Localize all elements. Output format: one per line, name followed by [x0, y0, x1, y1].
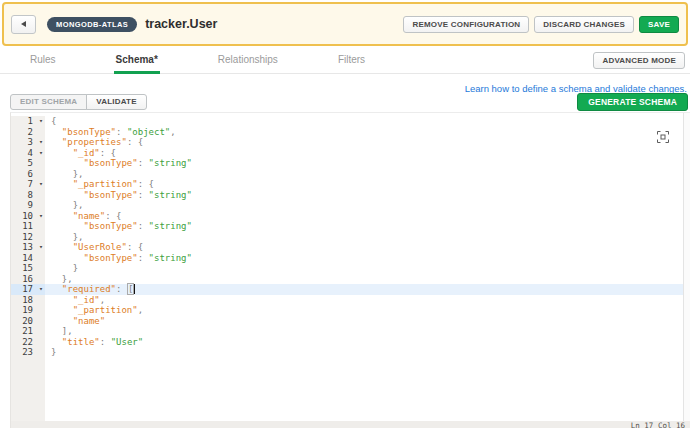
- editor-line[interactable]: 18 "_id",: [11, 295, 683, 306]
- editor-line[interactable]: 11 "bsonType": "string": [11, 221, 683, 232]
- remove-configuration-button[interactable]: REMOVE CONFIGURATION: [403, 16, 529, 33]
- code-token: [51, 284, 62, 294]
- code-token: ,: [100, 295, 105, 305]
- editor-line[interactable]: 13▾ "UserRole": {: [11, 242, 683, 253]
- cursor-position: Ln 17 Col 16: [631, 421, 685, 428]
- editor-line[interactable]: 17▾ "required": [: [11, 284, 683, 295]
- code-token: : {: [100, 148, 116, 158]
- fold-arrow-icon[interactable]: ▾: [39, 211, 43, 222]
- fold-arrow-icon[interactable]: ▾: [39, 137, 43, 148]
- editor-line[interactable]: 19 "_partition",: [11, 305, 683, 316]
- tab-rules[interactable]: Rules: [28, 48, 58, 74]
- tab-filters[interactable]: Filters: [336, 48, 367, 74]
- editor-lines: 1▾{2 "bsonType": "object",3▾ "properties…: [11, 113, 683, 421]
- code-token: "name": [73, 316, 106, 326]
- fold-arrow-icon[interactable]: ▾: [39, 242, 43, 253]
- editor-line[interactable]: 8 "bsonType": "string": [11, 190, 683, 201]
- line-number: 14: [11, 253, 45, 264]
- schema-editor[interactable]: 1▾{2 "bsonType": "object",3▾ "properties…: [10, 112, 690, 428]
- code-token: },: [51, 200, 84, 210]
- line-number: 17▾: [11, 284, 45, 295]
- tab-schema[interactable]: Schema*: [114, 48, 160, 74]
- editor-statusbar: Ln 17 Col 16: [11, 421, 690, 428]
- code-token: [51, 158, 84, 168]
- editor-line[interactable]: 14 "bsonType": "string": [11, 253, 683, 264]
- page-title: tracker.User: [145, 17, 217, 31]
- code-token: :: [138, 158, 149, 168]
- fold-arrow-icon[interactable]: ▾: [39, 116, 43, 127]
- code-token: :: [138, 221, 149, 231]
- code-token: "bsonType": [84, 253, 138, 263]
- save-button[interactable]: SAVE: [639, 16, 679, 33]
- editor-line[interactable]: 3▾ "properties": {: [11, 137, 683, 148]
- schema-mode-segmented-control: EDIT SCHEMA VALIDATE: [10, 94, 147, 110]
- editor-line[interactable]: 15 }: [11, 263, 683, 274]
- editor-line[interactable]: 6 },: [11, 169, 683, 180]
- editor-line[interactable]: 21 ],: [11, 326, 683, 337]
- code-token: "string": [149, 253, 192, 263]
- generate-schema-button[interactable]: GENERATE SCHEMA: [577, 93, 688, 111]
- line-number: 3▾: [11, 137, 45, 148]
- code-text: }: [45, 347, 683, 358]
- editor-line[interactable]: 12 },: [11, 232, 683, 243]
- code-token: :: [116, 284, 127, 294]
- editor-line[interactable]: 20 "name": [11, 316, 683, 327]
- validate-button[interactable]: VALIDATE: [86, 94, 146, 110]
- advanced-mode-button[interactable]: ADVANCED MODE: [593, 52, 685, 69]
- editor-line[interactable]: 7▾ "_partition": {: [11, 179, 683, 190]
- editor-empty-area[interactable]: [11, 358, 683, 422]
- editor-line[interactable]: 10▾ "name": {: [11, 211, 683, 222]
- editor-line[interactable]: 9 },: [11, 200, 683, 211]
- code-text: {: [45, 116, 683, 127]
- code-token: [51, 221, 84, 231]
- code-token: "_id": [73, 295, 100, 305]
- fold-arrow-icon[interactable]: ▾: [39, 148, 43, 159]
- code-token: "UserRole": [73, 242, 127, 252]
- code-token: [51, 179, 73, 189]
- gutter-filler: [11, 358, 45, 422]
- line-number: 23: [11, 347, 45, 358]
- editor-line[interactable]: 16 },: [11, 274, 683, 285]
- editor-line[interactable]: 2 "bsonType": "object",: [11, 127, 683, 138]
- back-button[interactable]: [11, 15, 36, 34]
- discard-changes-button[interactable]: DISCARD CHANGES: [534, 16, 634, 33]
- editor-scrollbar[interactable]: [683, 113, 690, 421]
- code-token: [51, 242, 73, 252]
- line-number: 12: [11, 232, 45, 243]
- code-text: "bsonType": "string": [45, 158, 683, 169]
- fold-arrow-icon[interactable]: ▾: [39, 284, 43, 295]
- code-text: },: [45, 232, 683, 243]
- code-token: [51, 211, 73, 221]
- code-text: "_partition",: [45, 305, 683, 316]
- code-text: "properties": {: [45, 137, 683, 148]
- tab-bar: RulesSchema*RelationshipsFilters ADVANCE…: [0, 48, 690, 74]
- editor-line[interactable]: 22 "title": "User": [11, 337, 683, 348]
- fullscreen-icon[interactable]: [657, 131, 669, 143]
- editor-line[interactable]: 23}: [11, 347, 683, 358]
- code-text: "name": [45, 316, 683, 327]
- editor-line[interactable]: 4▾ "_id": {: [11, 148, 683, 159]
- code-token: "string": [149, 190, 192, 200]
- line-number: 19: [11, 305, 45, 316]
- editor-line[interactable]: 1▾{: [11, 116, 683, 127]
- text-cursor: [134, 284, 135, 294]
- code-token: "properties": [62, 137, 127, 147]
- fold-arrow-icon[interactable]: ▾: [39, 179, 43, 190]
- line-number: 2: [11, 127, 45, 138]
- code-token: ,: [170, 127, 175, 137]
- line-number: 4▾: [11, 148, 45, 159]
- code-token: "title": [62, 337, 100, 347]
- code-text: "_id",: [45, 295, 683, 306]
- tab-relationships[interactable]: Relationships: [216, 48, 280, 74]
- code-text: "UserRole": {: [45, 242, 683, 253]
- code-text: "required": [: [45, 284, 683, 295]
- code-token: "string": [149, 221, 192, 231]
- code-text: "bsonType": "object",: [45, 127, 683, 138]
- code-text: },: [45, 169, 683, 180]
- code-token: "object": [127, 127, 170, 137]
- editor-line[interactable]: 5 "bsonType": "string": [11, 158, 683, 169]
- code-token: : {: [127, 242, 143, 252]
- code-text: "title": "User": [45, 337, 683, 348]
- edit-schema-button[interactable]: EDIT SCHEMA: [10, 94, 87, 110]
- code-token: :: [138, 253, 149, 263]
